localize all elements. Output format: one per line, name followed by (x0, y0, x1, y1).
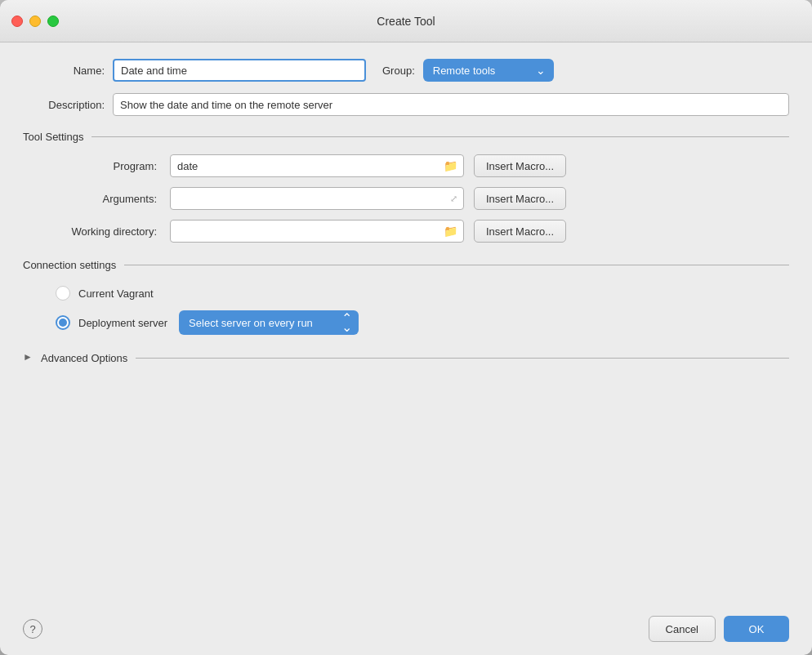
group-select[interactable]: Remote tools Local tools (423, 59, 554, 82)
group-label: Group: (382, 65, 415, 77)
arguments-insert-macro-button[interactable]: Insert Macro... (474, 187, 566, 210)
description-row: Description: (23, 93, 789, 116)
arguments-input[interactable] (170, 187, 464, 210)
current-vagrant-radio[interactable] (56, 286, 70, 301)
deployment-server-row: Deployment server Select server on every… (39, 310, 789, 335)
program-input-wrapper: 📁 (170, 154, 464, 177)
deployment-server-label: Deployment server (78, 317, 167, 329)
working-dir-insert-macro-button[interactable]: Insert Macro... (474, 220, 566, 243)
connection-settings-divider (124, 265, 789, 265)
arguments-label: Arguments: (39, 193, 170, 205)
maximize-button[interactable] (47, 16, 59, 27)
description-label: Description: (23, 99, 113, 111)
bottom-bar: ? Cancel OK (0, 608, 812, 655)
working-dir-input[interactable] (170, 220, 464, 243)
connection-content: Current Vagrant Deployment server Select… (23, 286, 789, 345)
traffic-lights (11, 16, 59, 27)
title-bar: Create Tool (0, 0, 812, 42)
arguments-input-wrapper: ⤢ (170, 187, 464, 210)
program-row: Program: 📁 Insert Macro... (39, 154, 789, 177)
tool-settings-title: Tool Settings (23, 131, 83, 143)
tool-settings-divider (91, 136, 789, 137)
close-button[interactable] (11, 16, 23, 27)
create-tool-dialog: Create Tool Name: Group: Remote tools Lo… (0, 0, 812, 655)
current-vagrant-label: Current Vagrant (78, 287, 154, 300)
connection-settings-title: Connection settings (23, 259, 116, 271)
name-group-row: Name: Group: Remote tools Local tools ⌄ (23, 59, 789, 82)
bottom-buttons: Cancel OK (649, 616, 789, 642)
dialog-title: Create Tool (377, 15, 435, 28)
working-dir-label: Working directory: (39, 225, 170, 238)
program-insert-macro-button[interactable]: Insert Macro... (474, 154, 566, 177)
current-vagrant-row: Current Vagrant (39, 286, 789, 301)
name-input[interactable] (113, 59, 366, 82)
dialog-content: Name: Group: Remote tools Local tools ⌄ … (0, 42, 812, 608)
arguments-row: Arguments: ⤢ Insert Macro... (39, 187, 789, 210)
server-select[interactable]: Select server on every run Server 1 Serv… (179, 310, 359, 335)
working-dir-row: Working directory: 📁 Insert Macro... (39, 220, 789, 243)
advanced-options-divider (136, 358, 789, 359)
name-label: Name: (23, 65, 113, 77)
advanced-options-arrow-icon[interactable]: ► (23, 351, 36, 364)
program-label: Program: (39, 160, 170, 172)
help-button[interactable]: ? (23, 619, 42, 639)
description-input[interactable] (113, 93, 789, 116)
minimize-button[interactable] (29, 16, 41, 27)
group-select-wrapper: Remote tools Local tools ⌄ (423, 59, 554, 82)
program-input[interactable] (170, 154, 464, 177)
advanced-options-label[interactable]: Advanced Options (41, 352, 127, 364)
advanced-options-row: ► Advanced Options (23, 351, 789, 364)
tool-settings-content: Program: 📁 Insert Macro... Arguments: ⤢ … (23, 154, 789, 252)
ok-button[interactable]: OK (724, 616, 789, 642)
deployment-server-radio[interactable] (56, 315, 70, 330)
cancel-button[interactable]: Cancel (649, 616, 716, 642)
connection-settings-header: Connection settings (23, 259, 789, 271)
server-select-wrapper: Select server on every run Server 1 Serv… (179, 310, 359, 335)
tool-settings-header: Tool Settings (23, 131, 789, 143)
working-dir-input-wrapper: 📁 (170, 220, 464, 243)
